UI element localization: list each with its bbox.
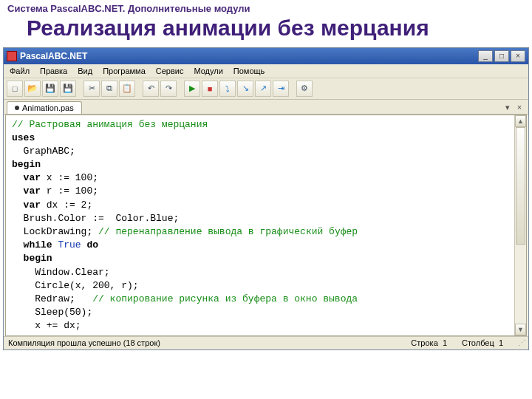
slide-title: Реализация анимации без мерцания xyxy=(0,16,532,47)
status-line: Строка 1 xyxy=(411,338,447,348)
close-button[interactable]: × xyxy=(511,50,525,62)
statusbar: Компиляция прошла успешно (18 строк) Стр… xyxy=(4,336,528,349)
menu-edit[interactable]: Правка xyxy=(40,66,67,75)
stepover-icon[interactable]: ⤵ xyxy=(219,81,236,97)
cut-icon[interactable]: ✂ xyxy=(83,81,100,97)
redo-icon[interactable]: ↷ xyxy=(160,81,177,97)
run-icon[interactable]: ▶ xyxy=(184,81,200,97)
code-content: // Растровая анимация без мерцания uses … xyxy=(6,115,526,336)
stepout-icon[interactable]: ↗ xyxy=(255,81,271,97)
menu-modules[interactable]: Модули xyxy=(194,66,222,75)
minimize-button[interactable]: _ xyxy=(478,50,493,62)
paste-icon[interactable]: 📋 xyxy=(119,81,135,97)
stop-icon[interactable]: ■ xyxy=(202,81,218,97)
menu-view[interactable]: Вид xyxy=(78,66,92,75)
resize-grip-icon[interactable]: ⋰ xyxy=(518,338,524,348)
menu-program[interactable]: Программа xyxy=(103,66,146,75)
stepend-icon[interactable]: ⇥ xyxy=(273,81,289,97)
maximize-button[interactable]: □ xyxy=(494,50,509,62)
window-buttons: _ □ × xyxy=(478,50,525,62)
tab-nav-icon[interactable]: ▾ xyxy=(502,102,514,112)
scroll-track[interactable] xyxy=(515,127,526,324)
slide-header: Система PascalABC.NET. Дополнительные мо… xyxy=(0,0,532,16)
ide-window: PascalABC.NET _ □ × Файл Правка Вид Прог… xyxy=(3,47,529,350)
saveall-icon[interactable]: 💾 xyxy=(60,81,76,97)
undo-icon[interactable]: ↶ xyxy=(143,81,159,97)
scroll-down-icon[interactable]: ▼ xyxy=(515,324,526,335)
new-icon[interactable]: □ xyxy=(7,81,23,97)
tab-label: Animation.pas xyxy=(22,103,74,112)
status-compile: Компиляция прошла успешно (18 строк) xyxy=(8,338,160,348)
stepinto-icon[interactable]: ↘ xyxy=(237,81,253,97)
vertical-scrollbar[interactable]: ▲ ▼ xyxy=(514,115,526,335)
menu-file[interactable]: Файл xyxy=(10,66,30,75)
menu-service[interactable]: Сервис xyxy=(156,66,184,75)
scroll-thumb[interactable] xyxy=(516,127,525,245)
tab-animation[interactable]: Animation.pas xyxy=(7,101,82,114)
compile-icon[interactable]: ⚙ xyxy=(296,81,313,97)
open-icon[interactable]: 📂 xyxy=(24,81,41,97)
status-col: Столбец 1 xyxy=(462,338,503,348)
modified-dot-icon xyxy=(15,106,19,110)
scroll-up-icon[interactable]: ▲ xyxy=(515,115,526,127)
toolbar: □ 📂 💾 💾 ✂ ⧉ 📋 ↶ ↷ ▶ ■ ⤵ ↘ ↗ ⇥ ⚙ xyxy=(4,78,528,100)
save-icon[interactable]: 💾 xyxy=(42,81,58,97)
copy-icon[interactable]: ⧉ xyxy=(101,81,117,97)
tabbar: Animation.pas ▾ × xyxy=(4,100,528,115)
app-icon xyxy=(7,51,17,61)
code-editor[interactable]: // Растровая анимация без мерцания uses … xyxy=(5,115,527,336)
menu-help[interactable]: Помощь xyxy=(233,66,265,75)
window-title: PascalABC.NET xyxy=(20,51,478,61)
titlebar: PascalABC.NET _ □ × xyxy=(4,48,528,64)
tab-close-icon[interactable]: × xyxy=(514,102,525,112)
menubar: Файл Правка Вид Программа Сервис Модули … xyxy=(4,64,528,78)
